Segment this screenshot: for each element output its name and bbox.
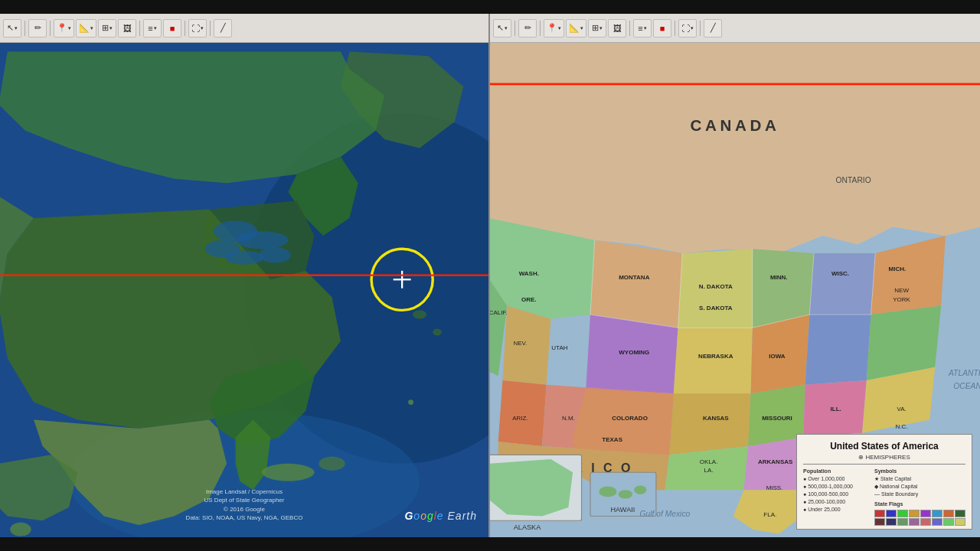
flags-grid — [874, 510, 965, 526]
legend-divider — [803, 464, 965, 465]
left-toolbar: ↖▾ ✏ 📍▾ 📐▾ ⊞▾ 🖼 ≡▾ ■ ⛶▾ ╱ — [0, 14, 488, 43]
svg-text:NEW: NEW — [894, 287, 909, 294]
legend-symbols-section: Symbols ★ State Capital ◆ National Capit… — [874, 468, 965, 526]
political-map[interactable]: CANADA — [490, 43, 980, 537]
right-slash-btn[interactable]: ╱ — [704, 19, 722, 37]
right-pin-btn[interactable]: 📍▾ — [544, 19, 564, 37]
legend-flags-title: State Flags — [874, 500, 965, 508]
left-photo-btn[interactable]: 🖼 — [118, 19, 136, 37]
right-ruler-btn[interactable]: 📐▾ — [566, 19, 586, 37]
svg-point-37 — [619, 490, 632, 498]
flag-cell — [886, 518, 897, 526]
left-slash-btn[interactable]: ╱ — [214, 19, 232, 37]
svg-text:ATLANTIC: ATLANTIC — [948, 369, 980, 377]
svg-text:Gulf of Mexico: Gulf of Mexico — [639, 510, 690, 518]
right-pane: ↖▾ ✏ 📍▾ 📐▾ ⊞▾ 🖼 ≡▾ ■ ⛶▾ ╱ — [490, 14, 980, 537]
flag-cell — [932, 518, 942, 526]
right-pencil-btn[interactable]: ✏ — [518, 19, 537, 37]
right-expand-btn[interactable]: ⛶▾ — [678, 19, 697, 37]
left-pencil-btn[interactable]: ✏ — [28, 19, 47, 37]
ge-attribution: Image Landsat / Copernicus US Dept of St… — [186, 487, 303, 522]
google-earth-svg — [0, 43, 488, 537]
svg-text:WASH.: WASH. — [519, 270, 539, 277]
flag-cell — [909, 518, 920, 526]
svg-text:S. DAKOTA: S. DAKOTA — [699, 305, 733, 311]
right-path-btn[interactable]: ≡▾ — [633, 19, 652, 37]
svg-text:N. DAKOTA: N. DAKOTA — [699, 283, 733, 290]
svg-text:KANSAS: KANSAS — [703, 415, 729, 422]
svg-text:UTAH: UTAH — [551, 344, 567, 351]
svg-text:HAWAII: HAWAII — [610, 506, 635, 514]
svg-point-5 — [10, 523, 31, 536]
svg-text:NEBRASKA: NEBRASKA — [698, 353, 733, 360]
right-photo-btn[interactable]: 🖼 — [608, 19, 626, 37]
flag-cell — [920, 510, 931, 517]
flag-cell — [932, 510, 942, 517]
left-pane: ↖▾ ✏ 📍▾ 📐▾ ⊞▾ 🖼 ≡▾ ■ ⛶▾ ╱ — [0, 14, 490, 537]
legend-bottom: Population ● Over 1,000,000 ● 500,000-1,… — [803, 468, 965, 526]
flag-cell — [955, 510, 965, 517]
svg-text:NEV.: NEV. — [513, 340, 527, 347]
flag-cell — [943, 518, 954, 526]
google-earth-map[interactable]: Image Landsat / Copernicus US Dept of St… — [0, 43, 488, 537]
svg-point-10 — [259, 247, 290, 263]
rsep1 — [514, 21, 515, 36]
svg-text:ARKANSAS: ARKANSAS — [758, 458, 793, 465]
legend-population-section: Population ● Over 1,000,000 ● 500,000-1,… — [803, 468, 871, 526]
svg-text:MINN.: MINN. — [770, 274, 788, 281]
left-path-btn[interactable]: ≡▾ — [143, 19, 162, 37]
svg-text:N.C.: N.C. — [896, 423, 908, 430]
left-ruler-btn[interactable]: 📐▾ — [76, 19, 96, 37]
svg-text:LA.: LA. — [704, 467, 714, 474]
rsep2 — [540, 21, 541, 36]
svg-text:ARIZ.: ARIZ. — [512, 415, 528, 422]
right-toolbar-group-1: ↖▾ ✏ 📍▾ 📐▾ ⊞▾ 🖼 ≡▾ ■ ⛶▾ ╱ — [493, 19, 722, 37]
flag-cell — [874, 510, 885, 517]
svg-point-4 — [433, 328, 441, 335]
left-expand-btn[interactable]: ⛶▾ — [188, 19, 207, 37]
left-map-area[interactable]: Image Landsat / Copernicus US Dept of St… — [0, 43, 488, 537]
right-map-area[interactable]: CANADA — [490, 43, 980, 537]
svg-text:MONTANA: MONTANA — [619, 274, 650, 281]
svg-text:IOWA: IOWA — [769, 353, 786, 360]
legend-symbols-title: Symbols — [874, 468, 965, 475]
svg-text:MISS.: MISS. — [766, 484, 783, 491]
legend-pop-3: ● 100,000-500,000 — [803, 491, 871, 498]
right-layers-btn[interactable]: ⊞▾ — [588, 19, 606, 37]
right-toolbar: ↖▾ ✏ 📍▾ 📐▾ ⊞▾ 🖼 ≡▾ ■ ⛶▾ ╱ — [490, 14, 980, 43]
svg-text:YORK: YORK — [893, 296, 910, 303]
sep1 — [24, 21, 25, 36]
flag-cell — [874, 518, 885, 526]
legend-sym-1: ★ State Capital — [874, 475, 965, 483]
flag-cell — [897, 518, 908, 526]
left-layers-btn[interactable]: ⊞▾ — [98, 19, 116, 37]
svg-text:N.M.: N.M. — [562, 415, 575, 422]
sep2 — [50, 21, 51, 36]
left-select-btn[interactable]: ↖▾ — [3, 19, 21, 37]
rsep4 — [675, 21, 675, 36]
legend-sym-3: — State Boundary — [874, 491, 965, 498]
right-stop-btn[interactable]: ■ — [653, 19, 671, 37]
svg-text:ALASKA: ALASKA — [514, 523, 542, 531]
left-pin-btn[interactable]: 📍▾ — [54, 19, 74, 37]
svg-text:FLA.: FLA. — [763, 511, 776, 518]
flag-cell — [955, 518, 965, 526]
legend-pop-1: ● Over 1,000,000 — [803, 475, 871, 483]
left-toolbar-group-1: ↖▾ ✏ 📍▾ 📐▾ ⊞▾ 🖼 ≡▾ ■ ⛶▾ ╱ — [3, 19, 232, 37]
sep3 — [139, 21, 140, 36]
legend-pop-2: ● 500,000-1,000,000 — [803, 483, 871, 491]
svg-text:COLORADO: COLORADO — [612, 415, 648, 422]
svg-point-3 — [413, 310, 426, 318]
black-bar-bottom — [0, 537, 980, 551]
svg-text:OCEAN: OCEAN — [953, 382, 980, 390]
left-stop-btn[interactable]: ■ — [163, 19, 181, 37]
sep4 — [185, 21, 185, 36]
rsep5 — [700, 21, 701, 36]
ge-logo: Google Earth — [404, 510, 477, 522]
legend-box: United States of America ⊕ HEMISPHERES P… — [796, 434, 972, 530]
svg-point-36 — [599, 487, 616, 497]
right-select-btn[interactable]: ↖▾ — [493, 19, 511, 37]
svg-point-12 — [318, 457, 345, 471]
flag-cell — [897, 510, 908, 517]
legend-pop-5: ● Under 25,000 — [803, 506, 871, 514]
